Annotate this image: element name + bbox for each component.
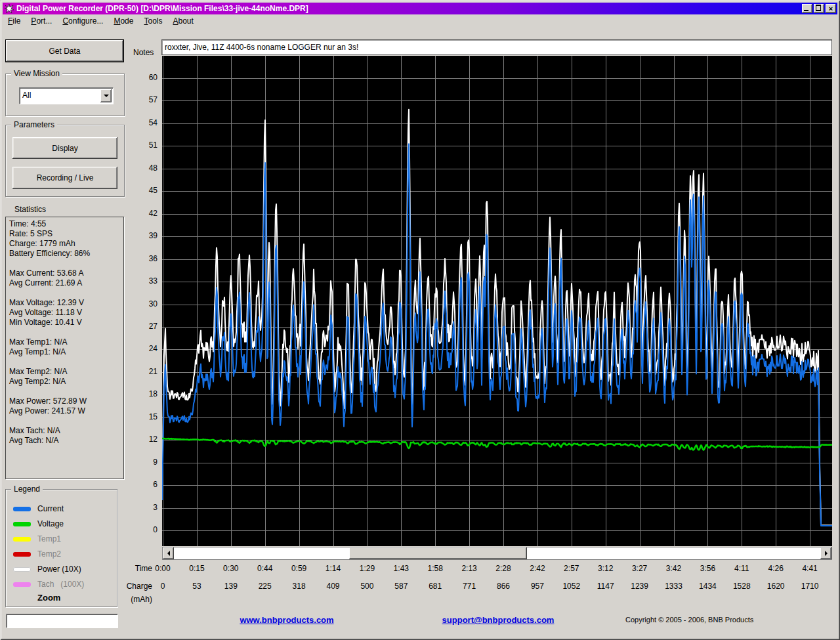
statistics-line: Avg Power: 241.57 W (9, 406, 123, 416)
statistics-line (9, 288, 123, 298)
y-tick-label: 48 (130, 163, 158, 173)
statistics-line: Avg Tach: N/A (9, 436, 123, 446)
statistics-line: Max Temp2: N/A (9, 367, 123, 377)
statistics-line: Max Tach: N/A (9, 426, 123, 436)
scrollbar-thumb[interactable] (349, 547, 527, 559)
charge-tick-label: 587 (394, 582, 408, 591)
statistics-line (9, 357, 123, 367)
y-tick-label: 57 (130, 95, 158, 104)
time-tick-label: 1:29 (360, 564, 375, 573)
legend-item-tach100x: Tach (100X) (13, 578, 84, 590)
parameters-group: Parameters Display Recording / Live (5, 125, 125, 197)
menu-item-port[interactable]: Port... (26, 15, 57, 27)
charge-tick-label: 957 (531, 582, 544, 591)
y-tick-label: 0 (130, 525, 158, 534)
charge-tick-label: 500 (360, 582, 373, 591)
copyright-text: Copyright © 2005 - 2006, BNB Products (625, 616, 753, 624)
time-tick-label: 3:56 (700, 564, 715, 573)
charge-tick-label: 681 (429, 582, 442, 591)
legend-item-power10x: Power (10X) (13, 563, 81, 575)
window-title: Digital Power Recorder (DPR-50) [D:\DPR\… (16, 3, 799, 14)
charge-tick-label: 0 (161, 582, 165, 591)
time-tick-label: 4:11 (734, 564, 749, 573)
chart-plot-area[interactable] (162, 56, 832, 546)
notes-input[interactable] (161, 39, 832, 55)
menu-item-configure[interactable]: Configure... (57, 15, 108, 27)
statistics-line (9, 416, 123, 426)
legend-zoom-label: Zoom (37, 593, 60, 603)
y-tick-label: 24 (130, 344, 158, 353)
y-tick-label: 6 (130, 480, 158, 489)
charge-tick-label: 1239 (631, 582, 648, 591)
statistics-line: Max Temp1: N/A (9, 337, 123, 347)
get-data-button[interactable]: Get Data (6, 40, 123, 62)
y-tick-label: 60 (130, 73, 158, 82)
legend-swatch (13, 567, 31, 572)
time-tick-label: 1:14 (326, 564, 341, 573)
time-tick-label: 0:15 (189, 564, 204, 573)
charge-tick-label: 771 (463, 582, 476, 591)
charge-tick-label: 1710 (801, 582, 819, 591)
legend-label: Power (10X) (37, 565, 81, 574)
y-tick-label: 21 (130, 367, 158, 376)
charge-tick-label: 409 (326, 582, 339, 591)
charge-tick-label: 225 (259, 582, 272, 591)
charge-tick-label: 1620 (767, 582, 785, 591)
statistics-line: Time: 4:55 (9, 219, 123, 229)
website-link[interactable]: www.bnbproducts.com (240, 615, 333, 625)
mission-select-dropdown-button[interactable] (100, 89, 112, 102)
statistics-line (9, 387, 123, 396)
recording-live-button[interactable]: Recording / Live (12, 167, 117, 189)
legend-swatch (13, 552, 31, 557)
y-tick-label: 45 (130, 186, 158, 195)
legend-swatch (13, 582, 31, 587)
menu-item-about[interactable]: About (167, 15, 198, 27)
support-email-link[interactable]: support@bnbproducts.com (442, 615, 555, 625)
y-tick-label: 3 (130, 503, 158, 512)
statistics-line: Avg Current: 21.69 A (9, 278, 123, 288)
time-tick-label: 2:13 (461, 564, 476, 573)
scroll-right-button[interactable] (820, 547, 831, 559)
arrow-left-icon (167, 551, 170, 556)
time-axis-label: Time (98, 564, 152, 573)
statistics-line: Avg Temp2: N/A (9, 377, 123, 387)
time-tick-label: 3:12 (598, 564, 613, 573)
legend-item-temp1: Temp1 (13, 533, 61, 545)
time-tick-label: 4:26 (768, 564, 784, 573)
time-tick-label: 1:58 (428, 564, 443, 573)
restore-button[interactable] (814, 4, 824, 13)
close-button[interactable]: × (826, 4, 836, 13)
statistics-line: Max Current: 53.68 A (9, 268, 123, 278)
legend-item-temp2: Temp2 (13, 548, 61, 560)
progress-field (6, 614, 118, 628)
app-icon (4, 3, 14, 14)
charge-tick-label: 139 (224, 582, 238, 591)
close-icon: × (829, 5, 833, 12)
charge-axis-label: Charge (98, 582, 152, 591)
y-tick-label: 18 (130, 389, 158, 398)
charge-axis-unit: (mAh) (98, 595, 152, 604)
chart-horizontal-scrollbar[interactable] (162, 547, 832, 560)
y-tick-label: 30 (130, 299, 158, 309)
mission-select[interactable]: All (19, 87, 114, 104)
statistics-line: Charge: 1779 mAh (9, 239, 123, 249)
chevron-down-icon (104, 95, 109, 97)
time-tick-label: 2:57 (564, 564, 579, 573)
scroll-left-button[interactable] (163, 547, 174, 559)
display-button[interactable]: Display (12, 137, 117, 159)
parameters-group-label: Parameters (11, 120, 57, 129)
menu-item-file[interactable]: File (3, 15, 26, 27)
menu-item-mode[interactable]: Mode (108, 15, 138, 27)
statistics-line: Avg Temp1: N/A (9, 347, 123, 357)
statistics-line: Battery Efficiency: 86% (9, 249, 123, 259)
charge-tick-label: 1434 (699, 582, 717, 591)
title-bar: Digital Power Recorder (DPR-50) [D:\DPR\… (3, 3, 837, 14)
menu-item-tools[interactable]: Tools (138, 15, 167, 27)
statistics-line (9, 259, 123, 268)
legend-swatch (13, 507, 31, 511)
legend-item-voltage: Voltage (13, 518, 64, 530)
legend-group-label: Legend (11, 484, 43, 494)
statistics-line (9, 328, 123, 337)
time-tick-label: 1:43 (394, 564, 409, 573)
minimize-button[interactable] (802, 4, 812, 13)
